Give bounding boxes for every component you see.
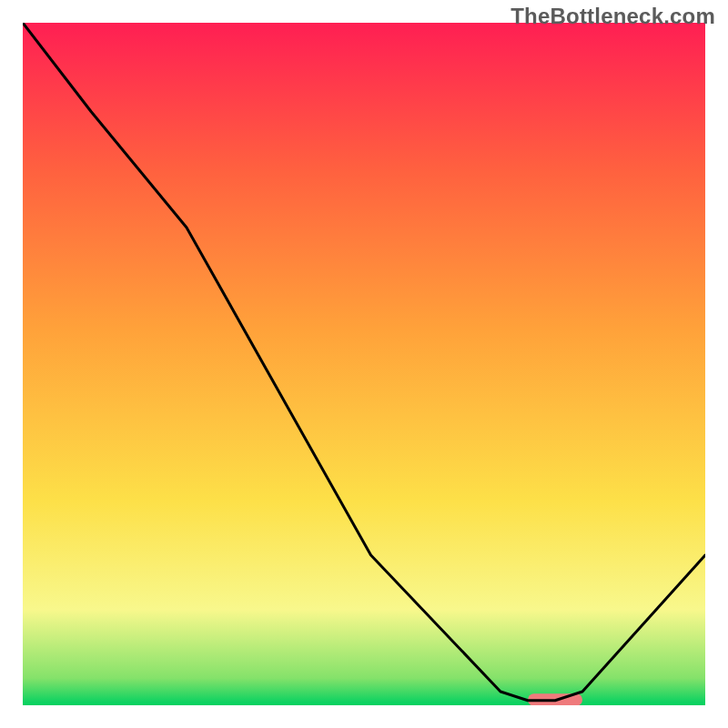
chart-overlay xyxy=(23,23,705,705)
plot-area xyxy=(23,23,705,705)
chart-container: TheBottleneck.com xyxy=(0,0,728,728)
watermark-text: TheBottleneck.com xyxy=(511,4,715,29)
curve-path xyxy=(23,23,705,701)
